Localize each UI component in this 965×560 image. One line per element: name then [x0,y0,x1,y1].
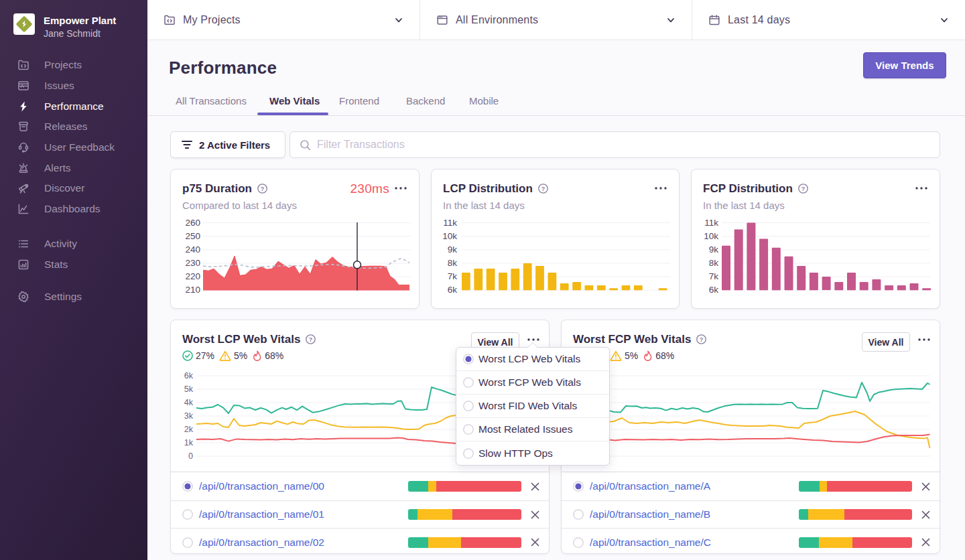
svg-text:220: 220 [185,271,200,281]
svg-text:8k: 8k [448,258,458,268]
svg-text:2k: 2k [184,425,194,434]
svg-text:0: 0 [188,451,193,461]
svg-text:9k: 9k [709,244,719,255]
svg-text:5k: 5k [184,384,194,394]
svg-text:4k: 4k [184,398,194,407]
svg-text:3k: 3k [184,411,194,421]
svg-text:240: 240 [185,244,200,255]
svg-text:260: 260 [185,218,200,228]
svg-text:10k: 10k [442,231,457,241]
svg-text:230: 230 [185,258,200,268]
svg-text:6k: 6k [709,285,719,295]
svg-text:11k: 11k [704,218,718,228]
svg-text:6k: 6k [448,285,458,295]
svg-text:9k: 9k [448,244,458,255]
svg-text:8k: 8k [709,258,719,268]
svg-text:11k: 11k [443,218,457,228]
svg-text:1k: 1k [184,438,194,447]
svg-text:7k: 7k [448,271,458,281]
svg-text:210: 210 [185,285,200,295]
svg-text:250: 250 [185,231,200,241]
svg-text:6k: 6k [184,371,194,380]
svg-text:10k: 10k [704,231,718,241]
svg-text:7k: 7k [709,271,719,281]
